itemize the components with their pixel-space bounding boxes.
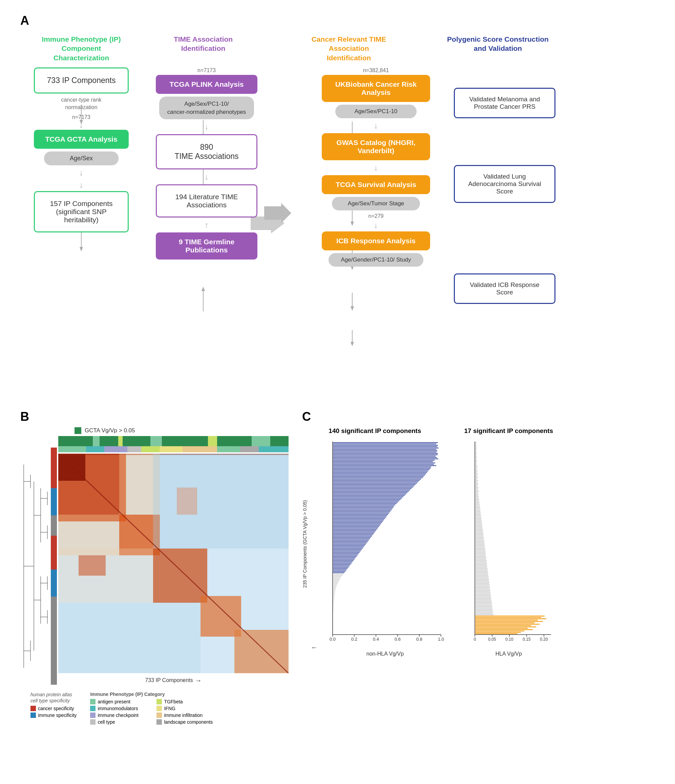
header-col3: Cancer Relevant TIMEAssociationIdentific… xyxy=(271,34,427,62)
svg-rect-357 xyxy=(475,617,541,618)
svg-rect-289 xyxy=(475,525,482,526)
legend-antigen: antigen present xyxy=(90,699,146,705)
svg-rect-287 xyxy=(475,522,482,523)
panel-c: C 140 significant IP components 235 IP C… xyxy=(302,410,655,657)
svg-rect-337 xyxy=(475,590,490,591)
svg-rect-242 xyxy=(475,461,476,462)
svg-rect-170 xyxy=(333,572,344,573)
svg-rect-168 xyxy=(333,569,346,571)
header-col1: Immune Phenotype (IP)ComponentCharacteri… xyxy=(27,34,135,62)
svg-rect-254 xyxy=(475,478,478,478)
header-col2: TIME AssociationIdentification xyxy=(142,34,264,62)
header-col4: Polygenic Score Constructionand Validati… xyxy=(433,34,562,62)
svg-rect-182 xyxy=(333,588,336,590)
chart-left-wrap: 140 significant IP components 235 IP Com… xyxy=(302,427,448,657)
svg-rect-309 xyxy=(475,552,485,553)
svg-rect-251 xyxy=(475,473,478,474)
svg-rect-255 xyxy=(475,479,477,480)
svg-rect-141 xyxy=(333,533,374,534)
legend-title1: human protein atlascell type specificity xyxy=(31,692,76,704)
cancer-type-rank-text: cancer-type ranknormalization xyxy=(27,96,135,112)
chart-left-xlabel: non-HLA Vg/Vp xyxy=(323,651,448,657)
legend-immune-swatch xyxy=(31,712,36,718)
svg-rect-131 xyxy=(333,520,384,520)
box-157-ip: 157 IP Components(significant SNP herita… xyxy=(34,191,129,232)
svg-rect-55 xyxy=(153,454,289,549)
svg-rect-81 xyxy=(333,452,436,453)
svg-rect-257 xyxy=(475,481,478,482)
box-733-ip: 733 IP Components xyxy=(34,67,129,93)
svg-rect-349 xyxy=(475,606,492,607)
svg-rect-187 xyxy=(333,595,335,596)
box-melanoma-prs: Validated Melanoma andProstate Cancer PR… xyxy=(454,88,556,118)
svg-marker-5 xyxy=(79,247,83,251)
svg-rect-269 xyxy=(475,498,479,499)
svg-rect-200 xyxy=(333,613,333,614)
svg-rect-152 xyxy=(333,548,363,549)
svg-rect-142 xyxy=(333,534,373,535)
svg-rect-339 xyxy=(475,593,491,594)
svg-rect-206 xyxy=(333,621,333,622)
svg-rect-275 xyxy=(475,506,479,507)
svg-rect-91 xyxy=(333,465,436,466)
svg-rect-344 xyxy=(475,599,491,600)
svg-rect-274 xyxy=(475,504,480,506)
svg-rect-167 xyxy=(333,568,348,569)
svg-rect-133 xyxy=(333,522,382,523)
svg-rect-285 xyxy=(475,520,481,520)
svg-rect-234 xyxy=(475,450,476,451)
svg-rect-189 xyxy=(333,598,334,599)
svg-rect-239 xyxy=(475,457,477,458)
svg-rect-176 xyxy=(333,580,339,582)
box-194-time: 194 Literature TIMEAssociations xyxy=(156,184,258,218)
heatmap-main-area: 733 IP Components → xyxy=(57,436,289,685)
svg-rect-297 xyxy=(475,536,483,537)
svg-rect-292 xyxy=(475,529,483,530)
svg-rect-172 xyxy=(333,575,342,576)
svg-rect-134 xyxy=(333,523,381,524)
svg-rect-350 xyxy=(475,607,492,608)
svg-rect-181 xyxy=(333,587,336,588)
svg-rect-157 xyxy=(333,555,358,555)
svg-rect-97 xyxy=(333,473,426,474)
svg-rect-95 xyxy=(333,471,428,471)
svg-rect-180 xyxy=(333,586,336,587)
svg-rect-151 xyxy=(333,546,364,548)
legend-area: human protein atlascell type specificity… xyxy=(31,692,289,725)
svg-rect-112 xyxy=(333,494,406,495)
svg-marker-21 xyxy=(351,342,354,346)
svg-rect-149 xyxy=(333,544,366,545)
chart-left-svg: 0.0 0.2 0.4 0.6 0.8 1.0 xyxy=(319,438,448,648)
svg-rect-197 xyxy=(333,609,334,610)
svg-rect-360 xyxy=(475,621,543,622)
svg-rect-123 xyxy=(333,509,392,510)
svg-rect-270 xyxy=(475,499,479,500)
col2: n=7173 TCGA PLINK Analysis Age/Sex/PC1-1… xyxy=(146,67,268,260)
svg-rect-238 xyxy=(475,456,476,457)
svg-rect-233 xyxy=(475,449,476,450)
flow-headers: Immune Phenotype (IP)ComponentCharacteri… xyxy=(27,34,655,62)
svg-rect-247 xyxy=(475,468,477,469)
chart-left-title: 140 significant IP components xyxy=(302,427,448,435)
svg-rect-163 xyxy=(333,563,352,564)
svg-rect-326 xyxy=(475,575,488,576)
svg-rect-325 xyxy=(475,574,489,575)
chart-left-inner: 235 IP Components (GCTA Vg/Vp > 0.05) ↑ … xyxy=(302,438,448,650)
svg-rect-335 xyxy=(475,587,490,588)
heatmap-svg xyxy=(58,454,289,673)
svg-rect-315 xyxy=(475,560,487,561)
svg-rect-298 xyxy=(475,537,484,538)
svg-rect-355 xyxy=(475,614,493,615)
svg-marker-19 xyxy=(351,306,354,311)
svg-rect-342 xyxy=(475,597,491,598)
svg-rect-158 xyxy=(333,556,357,557)
svg-rect-196 xyxy=(333,607,334,608)
svg-rect-76 xyxy=(333,445,438,446)
svg-rect-329 xyxy=(475,579,489,580)
svg-rect-143 xyxy=(333,536,372,537)
svg-rect-295 xyxy=(475,533,483,534)
legend-celltype: cell type xyxy=(90,719,146,725)
col4: Validated Melanoma andProstate Cancer PR… xyxy=(454,88,582,304)
svg-rect-346 xyxy=(475,602,492,603)
svg-rect-175 xyxy=(333,579,340,580)
